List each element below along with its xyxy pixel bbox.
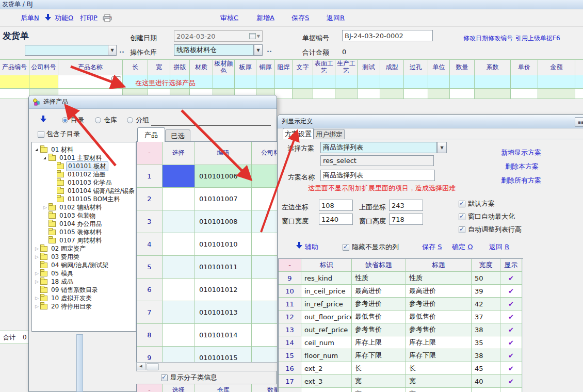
vertical-splitter[interactable] — [76, 334, 83, 392]
main-grid-edit-cell[interactable] — [275, 75, 293, 89]
product-row[interactable]: 3010101008 — [137, 210, 279, 233]
column-visible-check[interactable]: ✔ — [500, 311, 522, 323]
column-table-row[interactable]: 14ceil_num库存上限库存上限35✔ — [279, 336, 522, 349]
dialog-close-button[interactable]: ▪▪ — [575, 117, 583, 127]
tree-item[interactable]: 010103 化学品 — [52, 178, 133, 187]
product-row[interactable]: 4010101010 — [137, 233, 279, 256]
toolbar-R[interactable]: 返回R — [327, 13, 345, 23]
toolbar-C[interactable]: 审核C — [220, 13, 238, 23]
column-visible-check[interactable]: ✔ — [500, 298, 522, 311]
pos-field-input[interactable]: 718 — [389, 214, 423, 225]
product-grid-cell[interactable] — [252, 279, 279, 301]
radio-catalog[interactable]: 目录 — [62, 116, 84, 125]
printer-icon[interactable] — [102, 14, 112, 22]
customer-combo[interactable] — [25, 45, 108, 56]
dialog-button-R[interactable]: 返回 R — [489, 242, 509, 252]
product-grid-cell[interactable] — [252, 324, 279, 347]
column-visible-check[interactable]: ✔ — [500, 336, 522, 349]
toolbar-O[interactable]: 功能O — [55, 13, 73, 23]
product-grid-cell[interactable]: 7 — [137, 301, 163, 324]
product-grid-cell[interactable] — [252, 233, 279, 256]
column-define-titlebar[interactable]: 列显示定义 ▪▪ — [278, 115, 583, 128]
tree-expander-closed-icon[interactable]: ▷ — [35, 247, 39, 251]
action-link-2[interactable]: 删除所有方案 — [501, 176, 541, 185]
search-underline-field[interactable] — [151, 125, 271, 126]
product-grid-cell[interactable]: 010101011 — [195, 256, 252, 279]
tree-item[interactable]: ▷0102 辅助材料 — [43, 203, 133, 211]
include-subdir-checkbox[interactable]: 包含子目录 — [38, 129, 80, 139]
main-grid-cell[interactable] — [511, 89, 538, 99]
product-grid-cell[interactable]: 010101008 — [195, 210, 252, 233]
main-grid-edit-cell[interactable] — [404, 75, 428, 89]
product-grid-cell[interactable]: 8 — [137, 324, 163, 347]
pos-field-input[interactable]: 108 — [319, 200, 353, 211]
tree-item[interactable]: 0107 周转材料 — [43, 236, 133, 244]
product-select-cell[interactable] — [163, 324, 195, 347]
main-grid-edit-cell[interactable] — [450, 75, 475, 89]
dialog-button-O[interactable]: 确定 O — [452, 242, 473, 252]
tree-item[interactable]: 09 销售系数目录 — [35, 286, 133, 294]
tree-item[interactable]: 010104 锡膏/锡丝/锡条 — [52, 187, 133, 195]
tree-item[interactable]: ▷05 模具 — [35, 269, 133, 277]
warehouse-combo-arrow[interactable]: ▼ — [254, 44, 263, 56]
doc-no-input[interactable]: BJ-24-03-20-0002 — [342, 30, 433, 41]
tree-expander-closed-icon[interactable]: ▷ — [43, 205, 47, 210]
modify-no-link[interactable]: 修改编号 — [488, 34, 513, 43]
main-grid-cell[interactable] — [358, 89, 380, 99]
main-grid-edit-cell[interactable] — [511, 75, 538, 89]
column-table-row[interactable]: 17ext_3宽宽40✔ — [279, 375, 522, 388]
tree-expander-closed-icon[interactable]: ▷ — [35, 255, 39, 259]
column-visible-check[interactable]: ✔ — [500, 388, 522, 392]
main-grid-cell[interactable] — [335, 89, 358, 99]
assist-link[interactable]: 辅助 — [305, 242, 318, 252]
product-grid-cell[interactable] — [252, 210, 279, 233]
dialog-button-S[interactable]: 保存 S — [422, 242, 442, 252]
product-select-cell[interactable] — [163, 188, 195, 210]
warehouse-dots[interactable]: .. — [267, 46, 272, 54]
option-checkbox-2[interactable]: ✓自动调整列表行高 — [459, 225, 522, 234]
tree-item[interactable]: ▷03 费用类 — [35, 253, 133, 261]
main-grid-cell[interactable] — [575, 89, 583, 99]
column-table-row[interactable]: 11in_ref_price参考进价参考进价42✔ — [279, 298, 522, 311]
ref-parent-doc-link[interactable]: 引用上级单据F6 — [515, 34, 560, 43]
product-row[interactable]: 2010101007 — [137, 188, 279, 210]
radio-warehouse[interactable]: 仓库 — [95, 116, 117, 125]
tree-item[interactable]: 0104 办公用品 — [43, 220, 133, 228]
main-grid-edit-cell[interactable] — [213, 75, 235, 89]
product-grid-cell[interactable]: 010101014 — [195, 324, 252, 347]
main-grid-edit-cell[interactable] — [428, 75, 450, 89]
product-grid-cell[interactable]: 010101007 — [195, 188, 252, 210]
product-grid-cell[interactable] — [252, 188, 279, 210]
product-select-cell[interactable] — [163, 301, 195, 324]
main-grid-cell[interactable] — [475, 89, 511, 99]
dialog-down-arrow-icon[interactable] — [40, 116, 47, 123]
product-row[interactable]: 5010101011 — [137, 256, 279, 279]
product-grid-cell[interactable]: 2 — [137, 188, 163, 210]
scheme-combo-arrow[interactable]: ▼ — [437, 142, 447, 153]
toolbar-A[interactable]: 新增A — [256, 13, 274, 23]
customer-dots[interactable]: .. — [119, 46, 124, 54]
column-table-row[interactable]: 9res_kind性质性质50✔ — [279, 272, 522, 285]
product-grid-hscrollbar[interactable]: ◀ — [136, 362, 279, 371]
scroll-left-arrow-icon[interactable]: ◀ — [137, 363, 145, 370]
product-grid-cell[interactable] — [252, 347, 279, 363]
main-grid-cell[interactable] — [404, 89, 428, 99]
main-grid-cell[interactable] — [428, 89, 450, 99]
product-grid-cell[interactable]: 6 — [137, 279, 163, 301]
product-grid-cell[interactable]: 1 — [137, 165, 163, 188]
tab-user-binding[interactable]: 用户绑定 — [314, 129, 345, 139]
main-grid-edit-cell[interactable] — [29, 75, 58, 89]
pos-field-input[interactable]: 243 — [389, 200, 423, 211]
main-grid-edit-cell[interactable] — [235, 75, 256, 89]
product-grid-cell[interactable]: 4 — [137, 233, 163, 256]
toolbar-P[interactable]: 打印P — [80, 13, 98, 23]
select-product-titlebar[interactable]: 选择产品 — [29, 95, 277, 109]
modify-date-link[interactable]: 修改日期 — [463, 34, 488, 43]
created-date-combo[interactable]: 2024-03-20 ▼ — [174, 30, 263, 42]
warehouse-combo[interactable]: 线路板材料仓 — [174, 44, 254, 56]
scrollbar-thumb[interactable] — [147, 363, 159, 370]
product-picker-ellipsis-button[interactable]: … — [111, 76, 121, 88]
product-row[interactable]: 8010101014 — [137, 324, 279, 347]
product-row[interactable]: 6010101012 — [137, 279, 279, 301]
tree-item[interactable]: ▷10 虚拟开发类 — [35, 294, 133, 302]
